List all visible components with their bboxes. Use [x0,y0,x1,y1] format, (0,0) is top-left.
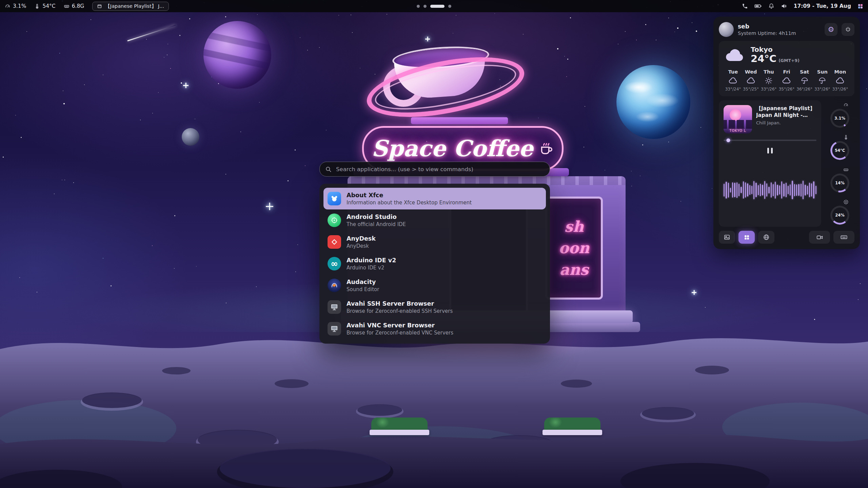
workspace-dot[interactable] [423,5,427,8]
weather-current: Tokyo 24°C (GMT+9) [724,46,849,64]
forecast-day: Fri 35°/26° [778,69,795,92]
coffee-cup-icon [538,141,554,156]
taskbar-window-title: 【Japanese Playlist】 J... [105,3,164,9]
star-sparkle [266,203,273,210]
launcher-item-anydesk[interactable]: AnyDesk AnyDesk [323,231,546,253]
launcher-item-android-studio[interactable]: Android Studio The official Android IDE [323,209,546,231]
hedge [544,418,600,431]
window-icon [97,4,102,9]
track-title: 【Japanese Playlist】 Japan All Night - To… [756,105,816,119]
umbrella-icon [817,77,827,85]
app-grid-icon [744,234,750,241]
launcher-search-bar[interactable] [319,162,550,177]
gauge-value: 24% [835,213,845,218]
taskbar-window-button[interactable]: 【Japanese Playlist】 J... [92,2,169,11]
cpu-temp-value: 54°C [42,3,55,9]
monitor-icon [328,322,341,336]
power-icon [845,26,851,33]
phone-icon[interactable] [742,3,748,9]
launcher-item-about-xfce[interactable]: About Xfce Information about the Xfce De… [323,188,546,209]
app-subtitle: Browse for Zeroconf-enabled SSH Servers [347,308,453,314]
bell-icon[interactable] [768,3,774,9]
gauge-value: 3.1% [834,116,845,121]
launcher-item-arduino[interactable]: ∞ Arduino IDE v2 Arduino IDE v2 [323,253,546,274]
forecast-day: Thu 33°/26° [760,69,777,92]
workspace-dot[interactable] [417,5,420,8]
launcher-search-input[interactable] [335,166,544,173]
app-title: About Xfce [347,192,472,199]
app-title: Avahi SSH Server Browser [347,300,453,307]
keyboard-button[interactable] [833,231,854,244]
audio-waveform [724,158,816,222]
apps-button[interactable] [738,231,755,244]
weather-temp: 24°C [751,54,776,64]
pause-button[interactable] [763,145,777,156]
memory-stat: 6.8G [64,3,84,9]
cafe-window: sh oon ans [545,197,603,300]
power-button[interactable] [842,23,854,36]
cpu-gauge: 3.1% [830,102,849,128]
user-header: seb System Uptime: 4h11m ⚙ [719,22,854,37]
track-artist: Chill Japan. [756,120,816,125]
workspace-active[interactable] [430,5,445,8]
username: seb [738,23,821,30]
app-grid-icon[interactable] [857,3,863,9]
xfce-logo-icon [328,192,341,205]
planter [370,430,429,435]
track-progress-bar[interactable] [724,140,816,141]
system-uptime: System Uptime: 4h11m [738,30,821,36]
cpu-usage-stat: 3.1% [5,3,26,9]
launcher-item-audacity[interactable]: Audacity Sound Editor [323,274,546,296]
planter [542,430,602,435]
battery-icon[interactable] [754,3,762,9]
arduino-logo-icon: ∞ [328,257,341,270]
gallery-button[interactable] [719,231,735,244]
forecast-day: Sun 33°/26° [813,69,831,92]
album-art[interactable]: TOKYO L [724,105,752,134]
weather-card: Tokyo 24°C (GMT+9) Tue 33°/24° Wed 35°/2… [719,41,854,96]
neon-sign-text: Space Coffee [372,135,533,162]
gallery-icon [724,234,730,241]
settings-button[interactable]: ⚙ [825,23,837,36]
volume-icon[interactable] [781,3,787,9]
purple-planet [203,21,271,89]
widget-action-bar [719,231,854,244]
forecast-day: Sat 36°/26° [796,69,813,92]
cpu-usage-value: 3.1% [13,3,26,9]
progress-knob[interactable] [726,138,730,142]
clock[interactable]: 17:09 - Tue, 19 Aug [794,3,851,9]
workspace-switcher[interactable] [417,0,451,12]
pause-icon [771,148,773,154]
cloud-icon [782,77,791,85]
app-title: AnyDesk [347,235,376,242]
globe-icon [763,234,770,241]
memory-value: 6.8G [72,3,84,9]
app-subtitle: The official Android IDE [347,221,406,227]
launcher-item-avahi-vnc[interactable]: Avahi VNC Server Browser Browse for Zero… [323,318,546,340]
weather-city: Tokyo [751,46,800,54]
thermometer-icon [843,135,849,140]
app-subtitle: Browse for Zeroconf-enabled VNC Servers [347,330,453,336]
workspace-dot[interactable] [448,5,451,8]
app-title: Avahi VNC Server Browser [347,322,453,329]
sun-icon [764,77,773,85]
star-sparkle [183,83,189,88]
star-sparkle [425,37,430,41]
disk-gauge: 24% [830,199,849,225]
launcher-item-avahi-ssh[interactable]: Avahi SSH Server Browser Browse for Zero… [323,296,546,318]
gauge-value: 54°C [835,148,845,153]
magnifier-icon [325,166,332,172]
gauge-value: 14% [835,181,845,185]
screen-recorder-button[interactable] [809,231,830,244]
cloud-icon [835,77,845,85]
avatar[interactable] [719,22,734,37]
dashboard-widget: seb System Uptime: 4h11m ⚙ Tokyo 24°C [713,17,860,249]
music-player-card: TOKYO L 【Japanese Playlist】 Japan All Ni… [719,100,821,227]
web-button[interactable] [758,231,774,244]
app-subtitle: Arduino IDE v2 [347,265,396,271]
small-moon [182,128,199,146]
ram-icon [64,3,70,9]
launcher-results: About Xfce Information about the Xfce De… [319,184,550,344]
speedometer-icon [5,3,11,9]
android-studio-logo-icon [328,214,341,227]
